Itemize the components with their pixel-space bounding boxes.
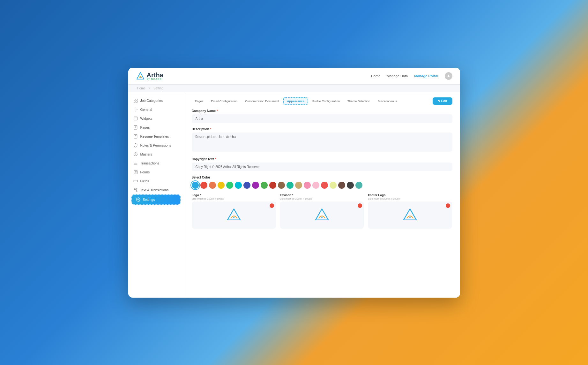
sidebar-item-job-categories[interactable]: Job Categories [128,96,184,105]
sidebar-item-widgets[interactable]: Widgets [128,114,184,123]
grid-icon [133,98,138,103]
company-name-input[interactable] [192,114,452,123]
color-section: Select Color [192,176,452,189]
sidebar-item-text-translations[interactable]: Text & Translations [128,186,184,194]
logo-upload-logo: Logo * Size must be 200px x 100px [192,193,276,229]
sidebar-item-pages[interactable]: Pages [128,123,184,132]
favicon-label: Favicon * [280,193,364,197]
tab-profile-config[interactable]: Profile Configuration [309,98,343,104]
logo: Artha by NGAGE [136,72,163,80]
description-input[interactable] [192,133,452,152]
footer-logo-hint: Size must be 200px x 100px [368,197,452,200]
settings-icon [133,107,138,112]
copyright-input[interactable] [192,163,452,171]
color-swatch-11[interactable] [287,182,294,189]
sidebar-item-forms[interactable]: Forms [128,168,184,177]
field-icon [133,179,138,183]
breadcrumb-setting[interactable]: Setting [153,87,163,90]
svg-point-1 [140,77,141,78]
svg-point-7 [135,109,136,110]
sidebar-item-fields[interactable]: Fields [128,177,184,186]
breadcrumb: Home › Setting [136,87,452,90]
widget-icon [133,116,138,121]
sidebar-label-roles-permissions: Roles & Permissions [140,143,171,147]
nav-manage-portal[interactable]: Manage Portal [414,74,438,78]
sidebar-item-transactions[interactable]: Transactions [128,159,184,168]
color-swatch-15[interactable] [321,182,328,189]
color-swatches [192,182,452,189]
favicon-delete-button[interactable] [358,203,362,208]
tab-appearance[interactable]: Appearance [283,97,308,105]
color-swatch-3[interactable] [218,182,225,189]
resume-icon [133,134,138,139]
nav-manage-data[interactable]: Manage Data [387,74,408,78]
favicon-upload-box[interactable] [280,202,364,229]
svg-rect-3 [134,99,135,100]
logo-label: Logo * [192,193,276,197]
color-swatch-9[interactable] [269,182,276,189]
color-swatch-6[interactable] [243,182,250,189]
nav-home[interactable]: Home [371,74,380,78]
color-swatch-18[interactable] [347,182,354,189]
sidebar-label-widgets: Widgets [140,117,153,120]
tab-customization[interactable]: Customization Document [242,98,282,104]
color-swatch-4[interactable] [226,182,233,189]
color-swatch-17[interactable] [338,182,345,189]
edit-button[interactable]: ✎ Edit [433,97,452,105]
tab-email-config[interactable]: Email Configuration [208,98,241,104]
sidebar-label-resume-templates: Resume Templates [140,134,169,138]
color-swatch-7[interactable] [252,182,259,189]
svg-rect-9 [134,125,137,129]
footer-logo-preview [402,207,418,223]
svg-marker-17 [409,217,411,218]
transaction-icon [133,161,138,165]
avatar[interactable] [445,72,452,80]
sidebar-item-resume-templates[interactable]: Resume Templates [128,132,184,141]
svg-rect-8 [134,117,137,120]
nav-links: Home Manage Data Manage Portal [371,72,452,80]
color-label: Select Color [192,176,452,179]
color-swatch-19[interactable] [355,182,362,189]
sidebar-item-general[interactable]: General [128,105,184,114]
color-swatch-12[interactable] [295,182,302,189]
shield-icon [133,143,138,148]
description-label: Description * [192,127,452,131]
logo-preview [226,207,242,223]
sidebar-item-masters[interactable]: Masters [128,150,184,159]
footer-logo-upload-box[interactable] [368,202,452,229]
sidebar-label-job-categories: Job Categories [140,99,163,103]
color-swatch-0[interactable] [192,182,199,189]
footer-logo-label: Footer Logo [368,193,452,197]
color-swatch-1[interactable] [200,182,207,189]
color-swatch-2[interactable] [209,182,216,189]
color-swatch-16[interactable] [330,182,337,189]
tab-miscellaneous[interactable]: Miscellaneous [375,98,400,104]
logo-delete-button[interactable] [270,203,274,208]
form-icon [133,170,138,174]
logo-icon [136,72,145,80]
color-swatch-10[interactable] [278,182,285,189]
company-name-section: Company Name * [192,109,452,123]
company-name-label: Company Name * [192,109,452,113]
color-swatch-14[interactable] [312,182,319,189]
color-swatch-8[interactable] [261,182,268,189]
svg-point-14 [138,199,139,200]
sidebar-label-settings: Settings [143,198,155,202]
logo-hint: Size must be 200px x 100px [192,197,276,200]
color-swatch-5[interactable] [235,182,242,189]
sidebar-item-roles-permissions[interactable]: Roles & Permissions [128,141,184,150]
logo-upload-box[interactable] [192,202,276,229]
tab-theme-selection[interactable]: Theme Selection [344,98,373,104]
favicon-preview [314,207,330,223]
breadcrumb-home[interactable]: Home [137,87,146,90]
logo-text-group: Artha by NGAGE [147,72,163,80]
tab-pages[interactable]: Pages [192,98,207,104]
footer-logo-delete-button[interactable] [446,203,450,208]
svg-point-2 [448,75,449,76]
copyright-section: Copyright Text * [192,157,452,171]
sidebar-item-settings[interactable]: Settings [131,194,181,205]
sidebar-label-masters: Masters [140,152,152,156]
color-swatch-13[interactable] [304,182,311,189]
tabs-bar: Pages Email Configuration Customization … [192,97,452,105]
svg-rect-5 [134,101,135,102]
